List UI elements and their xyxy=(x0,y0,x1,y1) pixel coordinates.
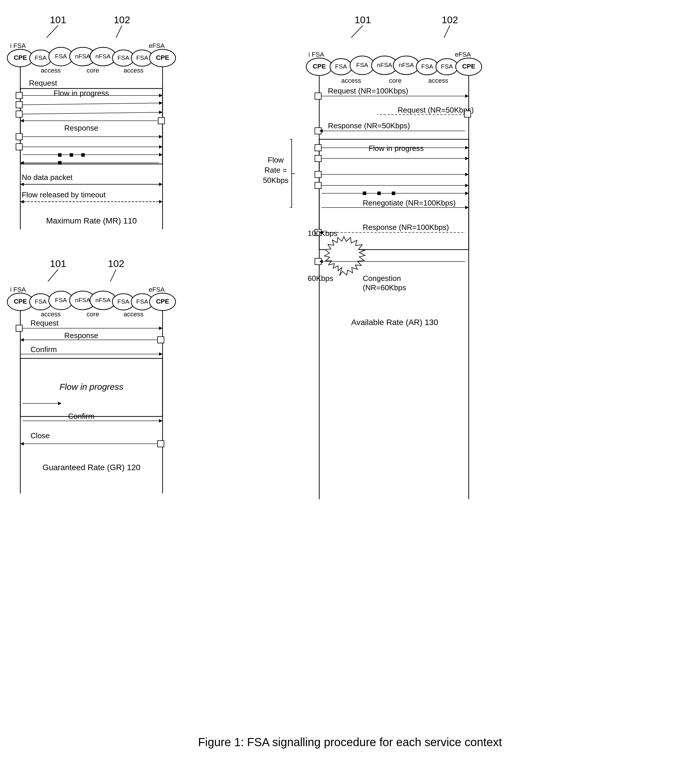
bl-gr-label: Guaranteed Rate (GR) 120 xyxy=(43,463,141,472)
r-req100-label: Request (NR=100Kbps) xyxy=(328,87,408,95)
svg-text:access: access xyxy=(41,311,61,318)
svg-rect-37 xyxy=(16,144,22,150)
svg-text:nFSA: nFSA xyxy=(95,297,111,303)
svg-text:core: core xyxy=(389,77,402,84)
svg-rect-33 xyxy=(158,118,165,124)
svg-line-29 xyxy=(23,103,159,105)
bl-ref-101: 101 xyxy=(50,258,67,269)
svg-text:FSA: FSA xyxy=(421,63,433,70)
svg-line-31 xyxy=(23,112,159,114)
svg-rect-81 xyxy=(16,325,22,332)
svg-rect-43 xyxy=(70,153,73,157)
svg-text:core: core xyxy=(87,67,99,74)
svg-marker-140 xyxy=(465,173,469,176)
svg-text:CPE: CPE xyxy=(462,63,475,70)
svg-text:CPE: CPE xyxy=(156,298,169,305)
svg-text:i FSA: i FSA xyxy=(10,286,26,293)
svg-rect-84 xyxy=(158,337,164,343)
tl-mr-label: Maximum Rate (MR) 110 xyxy=(46,216,137,225)
tl-ref-101: 101 xyxy=(50,14,67,25)
svg-rect-36 xyxy=(16,134,22,140)
svg-line-98 xyxy=(444,26,450,38)
svg-text:i FSA: i FSA xyxy=(309,51,324,58)
svg-line-1 xyxy=(116,26,122,38)
r-renegotiate-label: Renegotiate (NR=100Kbps) xyxy=(363,198,456,207)
svg-rect-94 xyxy=(158,440,164,447)
tl-request-label: Request xyxy=(29,79,57,87)
bl-request-label: Request xyxy=(31,319,59,327)
bl-flow-progress-label: Flow in progress xyxy=(59,382,123,391)
svg-marker-86 xyxy=(20,338,24,342)
tl-flow-released-label: Flow released by timeout xyxy=(22,190,106,199)
svg-text:FSA: FSA xyxy=(35,54,47,61)
svg-marker-54 xyxy=(20,200,24,203)
r-congestion-nr-label: (NR=60Kbps xyxy=(363,283,406,292)
svg-marker-124 xyxy=(465,94,469,98)
svg-marker-46 xyxy=(159,153,162,157)
svg-marker-135 xyxy=(465,146,469,149)
tl-ifsa-label: i FSA xyxy=(10,42,26,49)
svg-text:CPE: CPE xyxy=(312,63,325,70)
svg-marker-55 xyxy=(159,200,162,203)
svg-text:eFSA: eFSA xyxy=(455,51,471,58)
r-60kbps-label: 60Kbps xyxy=(307,274,333,283)
svg-rect-138 xyxy=(315,171,321,178)
r-resp50-label: Response (NR=50Kbps) xyxy=(328,121,410,130)
r-ref-101: 101 xyxy=(355,14,371,25)
svg-rect-132 xyxy=(315,144,321,151)
bl-confirm1-label: Confirm xyxy=(31,345,57,354)
svg-marker-93 xyxy=(159,419,162,422)
svg-marker-39 xyxy=(159,135,162,139)
svg-text:CPE: CPE xyxy=(14,298,27,305)
svg-marker-150 xyxy=(465,206,469,209)
svg-line-56 xyxy=(48,269,58,281)
svg-text:CPE: CPE xyxy=(14,54,27,61)
r-flowrate-label: Flow xyxy=(268,155,284,164)
svg-rect-44 xyxy=(81,153,85,157)
svg-marker-143 xyxy=(465,184,469,187)
svg-rect-122 xyxy=(315,93,321,99)
svg-text:access: access xyxy=(124,311,143,318)
svg-marker-91 xyxy=(58,402,62,405)
svg-text:nFSA: nFSA xyxy=(75,297,90,303)
bl-confirm2-label: Confirm xyxy=(68,412,94,420)
figure-caption: Figure 1: FSA signalling procedure for e… xyxy=(198,736,502,749)
svg-marker-52 xyxy=(159,183,162,186)
svg-text:core: core xyxy=(87,311,99,318)
tl-efsa-label: eFSA xyxy=(149,42,165,49)
svg-text:access: access xyxy=(124,67,143,74)
svg-text:FSA: FSA xyxy=(335,63,347,70)
svg-text:FSA: FSA xyxy=(136,298,148,305)
svg-text:nFSA: nFSA xyxy=(377,62,393,68)
tl-ref-102: 102 xyxy=(114,14,130,25)
r-ref-102: 102 xyxy=(442,14,458,25)
svg-text:access: access xyxy=(341,77,361,84)
r-flow-progress-label: Flow in progress xyxy=(369,144,424,153)
svg-marker-32 xyxy=(159,111,162,114)
svg-text:FSA: FSA xyxy=(357,62,368,68)
svg-text:CPE: CPE xyxy=(156,54,169,61)
r-flowrate-50-label: 50Kbps xyxy=(263,176,288,185)
svg-marker-35 xyxy=(20,119,24,123)
svg-marker-41 xyxy=(159,145,162,149)
svg-text:FSA: FSA xyxy=(55,297,67,303)
svg-rect-141 xyxy=(315,182,321,189)
bl-ref-102: 102 xyxy=(108,258,124,269)
svg-marker-83 xyxy=(159,327,162,330)
svg-text:FSA: FSA xyxy=(118,54,129,61)
svg-line-97 xyxy=(351,26,363,38)
svg-marker-88 xyxy=(159,352,162,356)
svg-marker-96 xyxy=(20,442,24,445)
r-flowrate-label2: Rate = xyxy=(264,166,287,174)
svg-text:eFSA: eFSA xyxy=(149,286,165,293)
svg-rect-24 xyxy=(16,92,22,99)
svg-text:nFSA: nFSA xyxy=(95,53,111,59)
svg-rect-26 xyxy=(16,111,22,117)
svg-rect-25 xyxy=(16,101,22,108)
page-container: 101 102 CPE FSA FSA nFSA nFSA FSA FSA xyxy=(0,0,700,772)
tl-no-data-label: No data packet xyxy=(22,173,73,182)
svg-text:access: access xyxy=(429,77,448,84)
r-req50-label: Request (NR=50Kbps) xyxy=(397,106,474,114)
svg-marker-51 xyxy=(20,183,24,186)
tl-response-label: Response xyxy=(64,124,98,132)
